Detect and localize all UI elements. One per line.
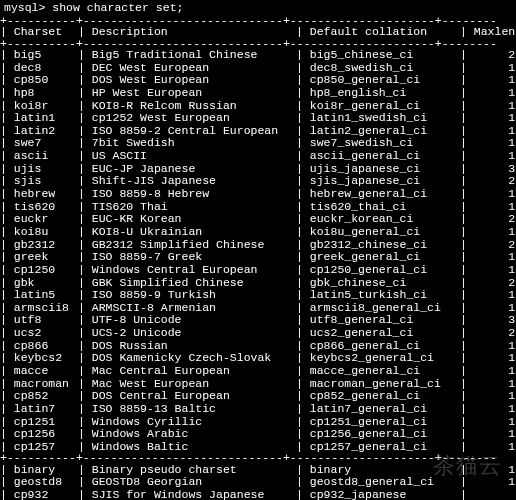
table-cell: | 1 [460,87,516,100]
table-cell: | 1 [460,403,516,416]
table-row: | big5 | Big5 Traditional Chinese | big5… [0,49,516,62]
table-cell: | macce [0,365,78,378]
table-cell: | 1 [460,365,516,378]
table-cell: | ISO 8859-8 Hebrew [78,188,296,201]
table-row: | ucs2 | UCS-2 Unicode | ucs2_general_ci… [0,327,516,340]
table-cell: | 1 [460,226,516,239]
table-cell: | 1 [460,74,516,87]
table-cell: | cp852 [0,390,78,403]
mysql-prompt[interactable]: mysql> show character set; [0,0,516,15]
table-cell: | cp1250_general_ci [296,264,460,277]
table-cell: | ascii [0,150,78,163]
table-cell: | cp932_japanese [296,489,460,500]
table-cell: | cp932 [0,489,78,500]
table-cell: | cp850_general_ci [296,74,460,87]
table-row: | hebrew | ISO 8859-8 Hebrew | hebrew_ge… [0,188,516,201]
table-cell: | hebrew [0,188,78,201]
table-cell: | ISO 8859-7 Greek [78,251,296,264]
table-cell: | koi8u [0,226,78,239]
table-cell: | greek_general_ci [296,251,460,264]
table-cell: | HP West European [78,87,296,100]
table-row: | cp1250 | Windows Central European | cp… [0,264,516,277]
table-cell: | 1 [460,150,516,163]
table-cell: | [460,489,516,500]
table-row: | cp852 | DOS Central European | cp852_g… [0,390,516,403]
table-cell: | ucs2_general_ci [296,327,460,340]
table-cell: | latin7 [0,403,78,416]
table-row: | cp850 | DOS West European | cp850_gene… [0,74,516,87]
table-cell: | cp850 [0,74,78,87]
table-cell: | 1 [460,428,516,441]
table-row: | ascii | US ASCII | ascii_general_ci | … [0,150,516,163]
table-cell: | cp1252 West European [78,112,296,125]
table-row: | hp8 | HP West European | hp8_english_c… [0,87,516,100]
table-cell: | cp1256 [0,428,78,441]
table-cell: | SJIS for Windows Japanese [78,489,296,500]
table-cell: | koi8u_general_ci [296,226,460,239]
table-cell: | Windows Arabic [78,428,296,441]
table-cell: | big5 [0,49,78,62]
table-row: | koi8u | KOI8-U Ukrainian | koi8u_gener… [0,226,516,239]
table-cell: | 2 [460,327,516,340]
table-cell: | latin1 [0,112,78,125]
table-cell: | Mac Central European [78,365,296,378]
table-row: | cp932 | SJIS for Windows Japanese | cp… [0,489,516,500]
table-cell: | ascii_general_ci [296,150,460,163]
table-cell: | hp8_english_ci [296,87,460,100]
table-cell: | DOS Central European [78,390,296,403]
table-cell: | 1 [460,289,516,302]
table-cell: | 1 [460,251,516,264]
table-cell: | ISO 8859-9 Turkish [78,289,296,302]
table-cell: | 1 [460,264,516,277]
table-cell: | big5_chinese_ci [296,49,460,62]
table-cell: | latin7_general_ci [296,403,460,416]
table-row: | latin7 | ISO 8859-13 Baltic | latin7_g… [0,403,516,416]
table-cell: | hp8 [0,87,78,100]
table-cell: | macce_general_ci [296,365,460,378]
table-cell: | Big5 Traditional Chinese [78,49,296,62]
table-cell: | KOI8-U Ukrainian [78,226,296,239]
table-cell: | 1 [460,390,516,403]
table-cell: | cp852_general_ci [296,390,460,403]
table-cell: | cp1250 [0,264,78,277]
table-cell: | DOS West European [78,74,296,87]
table-row: | cp1256 | Windows Arabic | cp1256_gener… [0,428,516,441]
table-cell: | latin5_turkish_ci [296,289,460,302]
table-row: | latin5 | ISO 8859-9 Turkish | latin5_t… [0,289,516,302]
table-cell: | 1 [460,188,516,201]
table-cell: | greek [0,251,78,264]
charset-table: +----------+----------------------------… [0,16,516,500]
table-cell: | US ASCII [78,150,296,163]
table-row: | macce | Mac Central European | macce_g… [0,365,516,378]
table-cell: | Windows Central European [78,264,296,277]
table-cell: | latin1_swedish_ci [296,112,460,125]
table-cell: | latin5 [0,289,78,302]
table-cell: | ucs2 [0,327,78,340]
table-cell: | 2 [460,49,516,62]
table-cell: | ISO 8859-13 Baltic [78,403,296,416]
table-cell: | 1 [460,112,516,125]
table-row: | greek | ISO 8859-7 Greek | greek_gener… [0,251,516,264]
table-cell: | hebrew_general_ci [296,188,460,201]
table-row: | latin1 | cp1252 West European | latin1… [0,112,516,125]
table-cell: | UCS-2 Unicode [78,327,296,340]
table-cell: | cp1256_general_ci [296,428,460,441]
